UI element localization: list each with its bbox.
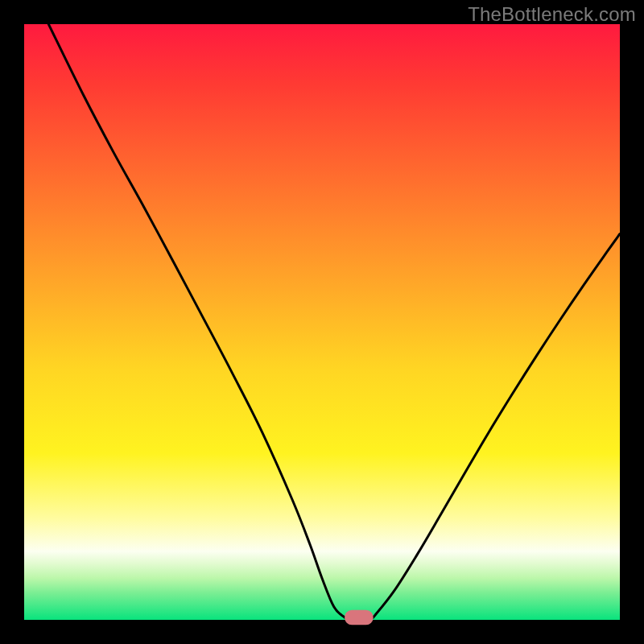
chart-frame: { "watermark": "TheBottleneck.com", "plo…: [0, 0, 644, 644]
neck-marker: [345, 610, 374, 625]
plot-background: [24, 24, 620, 620]
bottleneck-chart: [0, 0, 644, 644]
